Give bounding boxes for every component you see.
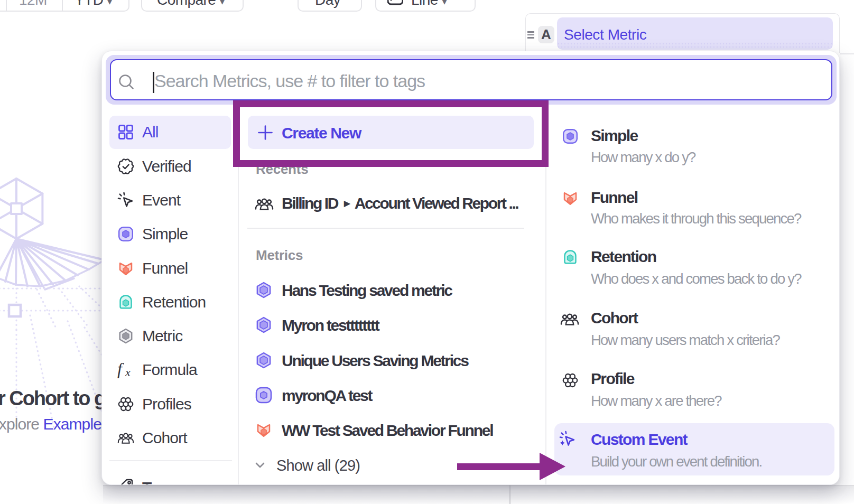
- svg-text:x: x: [125, 366, 131, 378]
- svg-text:f: f: [117, 361, 124, 378]
